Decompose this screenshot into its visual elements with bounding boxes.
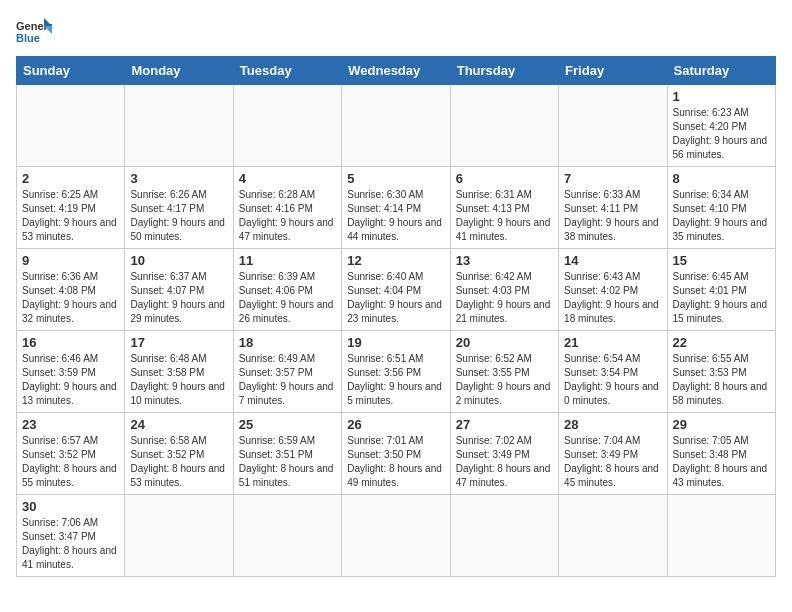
calendar-cell: 2Sunrise: 6:25 AM Sunset: 4:19 PM Daylig… (17, 167, 125, 249)
day-info: Sunrise: 7:04 AM Sunset: 3:49 PM Dayligh… (564, 434, 661, 490)
day-number: 16 (22, 335, 119, 350)
calendar-cell: 5Sunrise: 6:30 AM Sunset: 4:14 PM Daylig… (342, 167, 450, 249)
calendar-table: SundayMondayTuesdayWednesdayThursdayFrid… (16, 56, 776, 577)
day-info: Sunrise: 6:39 AM Sunset: 4:06 PM Dayligh… (239, 270, 336, 326)
day-info: Sunrise: 6:26 AM Sunset: 4:17 PM Dayligh… (130, 188, 227, 244)
day-info: Sunrise: 6:28 AM Sunset: 4:16 PM Dayligh… (239, 188, 336, 244)
day-number: 10 (130, 253, 227, 268)
day-info: Sunrise: 6:52 AM Sunset: 3:55 PM Dayligh… (456, 352, 553, 408)
calendar-header-row: SundayMondayTuesdayWednesdayThursdayFrid… (17, 57, 776, 85)
general-blue-logo-icon: General Blue (16, 16, 52, 46)
calendar-cell: 4Sunrise: 6:28 AM Sunset: 4:16 PM Daylig… (233, 167, 341, 249)
calendar-week-row: 23Sunrise: 6:57 AM Sunset: 3:52 PM Dayli… (17, 413, 776, 495)
calendar-week-row: 1Sunrise: 6:23 AM Sunset: 4:20 PM Daylig… (17, 85, 776, 167)
calendar-cell: 28Sunrise: 7:04 AM Sunset: 3:49 PM Dayli… (559, 413, 667, 495)
day-info: Sunrise: 7:02 AM Sunset: 3:49 PM Dayligh… (456, 434, 553, 490)
day-number: 27 (456, 417, 553, 432)
calendar-cell (17, 85, 125, 167)
calendar-week-row: 2Sunrise: 6:25 AM Sunset: 4:19 PM Daylig… (17, 167, 776, 249)
weekday-header-monday: Monday (125, 57, 233, 85)
day-number: 15 (673, 253, 770, 268)
calendar-cell: 9Sunrise: 6:36 AM Sunset: 4:08 PM Daylig… (17, 249, 125, 331)
day-info: Sunrise: 6:30 AM Sunset: 4:14 PM Dayligh… (347, 188, 444, 244)
calendar-cell: 13Sunrise: 6:42 AM Sunset: 4:03 PM Dayli… (450, 249, 558, 331)
day-number: 28 (564, 417, 661, 432)
day-number: 29 (673, 417, 770, 432)
day-info: Sunrise: 6:43 AM Sunset: 4:02 PM Dayligh… (564, 270, 661, 326)
calendar-cell (233, 85, 341, 167)
day-info: Sunrise: 6:49 AM Sunset: 3:57 PM Dayligh… (239, 352, 336, 408)
day-number: 21 (564, 335, 661, 350)
calendar-cell: 18Sunrise: 6:49 AM Sunset: 3:57 PM Dayli… (233, 331, 341, 413)
calendar-week-row: 30Sunrise: 7:06 AM Sunset: 3:47 PM Dayli… (17, 495, 776, 577)
calendar-cell (667, 495, 775, 577)
day-number: 12 (347, 253, 444, 268)
day-number: 2 (22, 171, 119, 186)
calendar-cell: 19Sunrise: 6:51 AM Sunset: 3:56 PM Dayli… (342, 331, 450, 413)
weekday-header-tuesday: Tuesday (233, 57, 341, 85)
day-number: 18 (239, 335, 336, 350)
day-number: 8 (673, 171, 770, 186)
day-number: 5 (347, 171, 444, 186)
day-info: Sunrise: 7:01 AM Sunset: 3:50 PM Dayligh… (347, 434, 444, 490)
day-info: Sunrise: 6:54 AM Sunset: 3:54 PM Dayligh… (564, 352, 661, 408)
day-info: Sunrise: 6:55 AM Sunset: 3:53 PM Dayligh… (673, 352, 770, 408)
day-number: 17 (130, 335, 227, 350)
day-number: 22 (673, 335, 770, 350)
day-info: Sunrise: 6:25 AM Sunset: 4:19 PM Dayligh… (22, 188, 119, 244)
calendar-cell: 24Sunrise: 6:58 AM Sunset: 3:52 PM Dayli… (125, 413, 233, 495)
calendar-cell: 29Sunrise: 7:05 AM Sunset: 3:48 PM Dayli… (667, 413, 775, 495)
calendar-cell (559, 495, 667, 577)
day-info: Sunrise: 6:46 AM Sunset: 3:59 PM Dayligh… (22, 352, 119, 408)
weekday-header-friday: Friday (559, 57, 667, 85)
day-info: Sunrise: 6:31 AM Sunset: 4:13 PM Dayligh… (456, 188, 553, 244)
calendar-week-row: 16Sunrise: 6:46 AM Sunset: 3:59 PM Dayli… (17, 331, 776, 413)
day-info: Sunrise: 6:23 AM Sunset: 4:20 PM Dayligh… (673, 106, 770, 162)
weekday-header-thursday: Thursday (450, 57, 558, 85)
day-info: Sunrise: 6:58 AM Sunset: 3:52 PM Dayligh… (130, 434, 227, 490)
calendar-cell: 1Sunrise: 6:23 AM Sunset: 4:20 PM Daylig… (667, 85, 775, 167)
day-number: 25 (239, 417, 336, 432)
calendar-cell: 3Sunrise: 6:26 AM Sunset: 4:17 PM Daylig… (125, 167, 233, 249)
calendar-cell: 7Sunrise: 6:33 AM Sunset: 4:11 PM Daylig… (559, 167, 667, 249)
calendar-cell (233, 495, 341, 577)
calendar-cell (559, 85, 667, 167)
calendar-week-row: 9Sunrise: 6:36 AM Sunset: 4:08 PM Daylig… (17, 249, 776, 331)
day-number: 4 (239, 171, 336, 186)
calendar-cell: 11Sunrise: 6:39 AM Sunset: 4:06 PM Dayli… (233, 249, 341, 331)
day-number: 9 (22, 253, 119, 268)
weekday-header-saturday: Saturday (667, 57, 775, 85)
calendar-cell: 20Sunrise: 6:52 AM Sunset: 3:55 PM Dayli… (450, 331, 558, 413)
calendar-cell (450, 85, 558, 167)
calendar-cell (125, 495, 233, 577)
day-number: 26 (347, 417, 444, 432)
day-number: 11 (239, 253, 336, 268)
svg-text:Blue: Blue (16, 32, 40, 44)
day-number: 1 (673, 89, 770, 104)
day-info: Sunrise: 6:37 AM Sunset: 4:07 PM Dayligh… (130, 270, 227, 326)
weekday-header-wednesday: Wednesday (342, 57, 450, 85)
calendar-cell: 12Sunrise: 6:40 AM Sunset: 4:04 PM Dayli… (342, 249, 450, 331)
day-info: Sunrise: 6:34 AM Sunset: 4:10 PM Dayligh… (673, 188, 770, 244)
calendar-cell: 17Sunrise: 6:48 AM Sunset: 3:58 PM Dayli… (125, 331, 233, 413)
calendar-cell (342, 85, 450, 167)
calendar-cell (125, 85, 233, 167)
day-info: Sunrise: 6:33 AM Sunset: 4:11 PM Dayligh… (564, 188, 661, 244)
calendar-cell: 23Sunrise: 6:57 AM Sunset: 3:52 PM Dayli… (17, 413, 125, 495)
day-info: Sunrise: 6:36 AM Sunset: 4:08 PM Dayligh… (22, 270, 119, 326)
calendar-cell (450, 495, 558, 577)
day-info: Sunrise: 6:45 AM Sunset: 4:01 PM Dayligh… (673, 270, 770, 326)
calendar-cell: 14Sunrise: 6:43 AM Sunset: 4:02 PM Dayli… (559, 249, 667, 331)
day-number: 19 (347, 335, 444, 350)
day-number: 23 (22, 417, 119, 432)
calendar-cell: 26Sunrise: 7:01 AM Sunset: 3:50 PM Dayli… (342, 413, 450, 495)
day-info: Sunrise: 6:51 AM Sunset: 3:56 PM Dayligh… (347, 352, 444, 408)
calendar-cell: 22Sunrise: 6:55 AM Sunset: 3:53 PM Dayli… (667, 331, 775, 413)
day-info: Sunrise: 6:59 AM Sunset: 3:51 PM Dayligh… (239, 434, 336, 490)
logo: General Blue (16, 16, 52, 46)
day-info: Sunrise: 7:06 AM Sunset: 3:47 PM Dayligh… (22, 516, 119, 572)
day-number: 7 (564, 171, 661, 186)
calendar-cell: 25Sunrise: 6:59 AM Sunset: 3:51 PM Dayli… (233, 413, 341, 495)
day-number: 30 (22, 499, 119, 514)
day-info: Sunrise: 6:42 AM Sunset: 4:03 PM Dayligh… (456, 270, 553, 326)
